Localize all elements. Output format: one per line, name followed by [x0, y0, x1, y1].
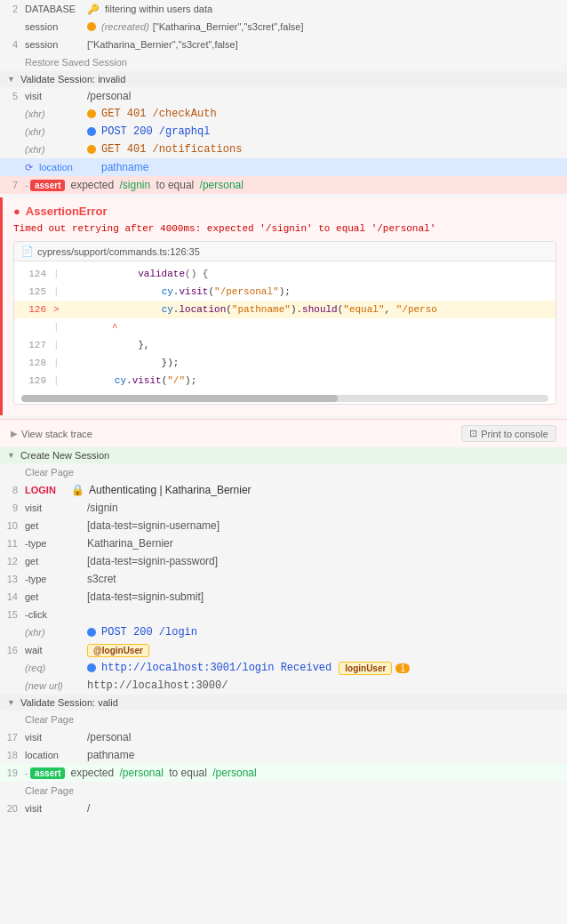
visit-9-row: 9 visit /signin	[0, 499, 567, 517]
xhr-2-row: (xhr) POST 200 /graphql	[0, 123, 567, 141]
cmd-click-15: -click	[25, 609, 87, 620]
file-icon: 📄	[21, 245, 34, 257]
cmd-login-8: LOGIN	[25, 485, 71, 495]
print-console-label: Print to console	[481, 429, 548, 439]
cmd-get-12: get	[25, 556, 87, 566]
type-13-row: 13 -type s3cret	[0, 570, 567, 588]
location-row: ⟳ location pathname	[0, 158, 567, 176]
type-11-value: Katharina_Bernier	[87, 537, 173, 550]
cmd-session-4: session	[25, 39, 87, 50]
location-value: pathname	[101, 161, 148, 173]
clear-page-2-row: Clear Page	[0, 711, 567, 728]
cmd-location-18: location	[25, 750, 87, 760]
assert-19-row: 19 - assert expected /personal to equal …	[0, 764, 567, 782]
dot-orange-session	[87, 22, 96, 31]
restore-saved-row: Restore Saved Session	[0, 53, 567, 71]
ln-124: 124	[21, 269, 53, 279]
req-content: http://localhost:3001/login Received	[101, 662, 331, 674]
pipe-127: |	[53, 340, 68, 350]
code-line-124: 124 | validate() {	[14, 265, 555, 283]
print-to-console-btn[interactable]: ⊡ Print to console	[461, 425, 556, 442]
marker-126: >	[53, 304, 68, 315]
cmd-new-url: (new url)	[25, 680, 87, 691]
cmd-visit-9: visit	[25, 502, 87, 513]
assert-badge-7: assert	[30, 180, 65, 191]
line-num-4: 4	[0, 39, 18, 50]
xhr-post-login-content: POST 200 /login	[101, 626, 197, 639]
content-129: cy.visit("/");	[68, 375, 196, 386]
visit-9-value: /signin	[87, 502, 118, 514]
dot-xhr-3	[87, 145, 96, 154]
ln-126: 126	[21, 304, 53, 315]
get-10-value: [data-test=signin-username]	[87, 519, 220, 532]
code-block: 📄 cypress/support/commands.ts:126:35 124…	[13, 241, 556, 405]
cmd-get-10: get	[25, 520, 87, 531]
content-125: cy.visit("/personal");	[68, 286, 291, 297]
xhr-1-row: (xhr) GET 401 /checkAuth	[0, 105, 567, 123]
clear-page-1-label: Clear Page	[25, 465, 81, 479]
line-num-15: 15	[0, 609, 18, 620]
stack-trace-row: ▶ View stack trace ⊡ Print to console	[0, 419, 567, 447]
clear-page-3-row: Clear Page	[0, 782, 567, 799]
content-127: },	[68, 340, 149, 350]
lock-emoji: 🔒	[71, 484, 84, 496]
ln-127: 127	[21, 340, 53, 350]
error-title-text: AssertionError	[26, 205, 108, 218]
line-num-11: 11	[0, 538, 18, 549]
line-num-16: 16	[0, 645, 18, 655]
cmd-visit-17: visit	[25, 732, 87, 743]
assert-7-row: 7 - assert expected /signin to equal /pe…	[0, 176, 567, 194]
line-num-20: 20	[0, 803, 18, 814]
new-url-row: (new url) http://localhost:3000/	[0, 677, 567, 695]
code-lines: 124 | validate() { 125 | cy.visit("/pers…	[14, 261, 555, 393]
line-num-5: 5	[0, 91, 18, 101]
pipe-129: |	[53, 375, 68, 386]
assert-7-val1: /signin	[120, 179, 151, 191]
visit-17-row: 17 visit /personal	[0, 728, 567, 746]
xhr-3-content: GET 401 /notifications	[101, 143, 242, 156]
triangle-stack: ▶	[11, 429, 18, 438]
error-box: ● AssertionError Timed out retrying afte…	[0, 197, 567, 415]
session-4-value: ["Katharina_Bernier","s3cret",false]	[87, 39, 238, 50]
database-value: filtering within users data	[105, 4, 212, 14]
validate-session-invalid-header[interactable]: ▼ Validate Session: invalid	[0, 71, 567, 87]
login-8-row: 8 LOGIN 🔒 Authenticating | Katharina_Ber…	[0, 481, 567, 499]
visit-20-value: /	[87, 802, 90, 815]
dot-req	[87, 663, 96, 672]
req-post-row: (req) http://localhost:3001/login Receiv…	[0, 659, 567, 677]
restore-saved-label: Restore Saved Session	[25, 55, 134, 69]
login-8-value: Authenticating | Katharina_Bernier	[89, 484, 252, 496]
triangle-new-session: ▼	[7, 451, 15, 460]
minus-assert-7: -	[25, 180, 28, 190]
validate-session-invalid-label: Validate Session: invalid	[20, 74, 125, 84]
triangle-icon-valid: ▼	[7, 698, 15, 707]
get-10-row: 10 get [data-test=signin-username]	[0, 517, 567, 534]
dot-xhr-2	[87, 127, 96, 136]
database-row: 2 DATABASE 🔑 filtering within users data	[0, 0, 567, 18]
cmd-visit-5: visit	[25, 91, 87, 101]
cmd-database: DATABASE	[25, 4, 87, 14]
assert-7-val2: /personal	[200, 179, 244, 191]
validate-session-valid-header[interactable]: ▼ Validate Session: valid	[0, 695, 567, 711]
line-num-8: 8	[0, 485, 18, 495]
print-icon: ⊡	[469, 428, 477, 439]
code-line-127: 127 | },	[14, 336, 555, 354]
xhr-3-row: (xhr) GET 401 /notifications	[0, 141, 567, 158]
triangle-icon-invalid: ▼	[7, 75, 15, 84]
cmd-visit-20: visit	[25, 803, 87, 814]
ln-125: 125	[21, 286, 53, 297]
create-new-session-label: Create New Session	[20, 450, 109, 461]
stack-trace-label: View stack trace	[21, 429, 92, 439]
line-num-9: 9	[0, 502, 18, 513]
req-badge: loginUser	[339, 662, 392, 675]
line-num-7: 7	[0, 180, 18, 190]
cmd-xhr-3: (xhr)	[25, 144, 87, 155]
session-recreated-value: ["Katharina_Bernier","s3cret",false]	[153, 21, 304, 32]
create-new-session-header[interactable]: ▼ Create New Session	[0, 447, 567, 463]
code-line-125: 125 | cy.visit("/personal");	[14, 283, 555, 301]
xhr-post-login-row: (xhr) POST 200 /login	[0, 623, 567, 641]
code-scrollbar[interactable]	[21, 395, 548, 402]
view-stack-trace-btn[interactable]: ▶ View stack trace	[11, 429, 92, 439]
xhr-1-content: GET 401 /checkAuth	[101, 108, 217, 120]
get-14-value: [data-test=signin-submit]	[87, 591, 204, 603]
